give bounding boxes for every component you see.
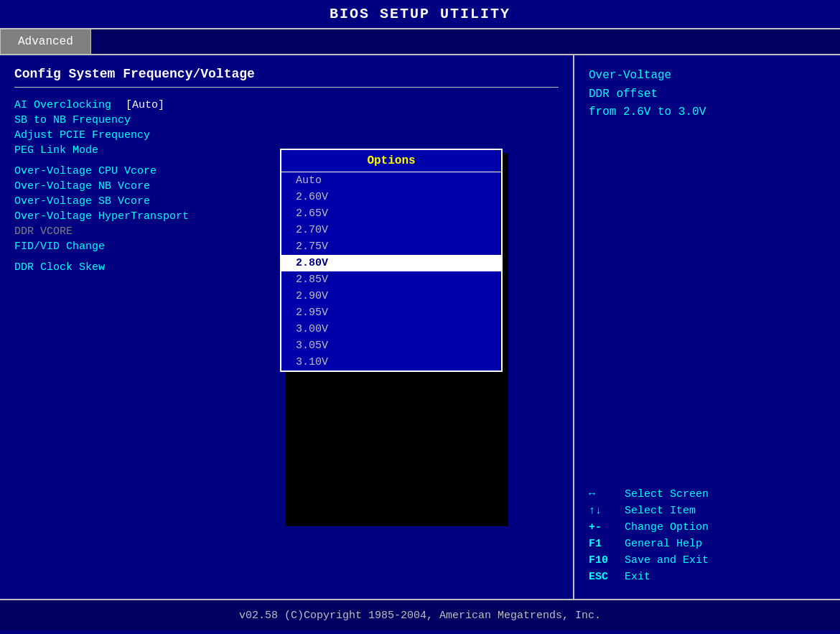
desc-select-item: Select Item — [625, 505, 696, 517]
key-arrows-lr: ↔ — [589, 488, 625, 500]
menu-item-sb-nb-freq[interactable]: SB to NB Frequency — [14, 114, 559, 126]
key-f10: F10 — [589, 554, 625, 567]
key-f1: F1 — [589, 538, 625, 550]
desc-save-exit: Save and Exit — [625, 554, 709, 567]
shortcut-change-option: +- Change Option — [589, 521, 826, 533]
shortcut-f1: F1 General Help — [589, 538, 826, 550]
option-260v[interactable]: 2.60V — [281, 189, 501, 205]
shortcut-select-item: ↑↓ Select Item — [589, 505, 826, 517]
option-295v[interactable]: 2.95V — [281, 304, 501, 321]
option-305v[interactable]: 3.05V — [281, 337, 501, 354]
option-290v[interactable]: 2.90V — [281, 288, 501, 304]
desc-change-option: Change Option — [625, 521, 709, 533]
bios-title: BIOS SETUP UTILITY — [330, 6, 510, 22]
right-panel: Over-Voltage DDR offset from 2.6V to 3.0… — [574, 55, 840, 599]
help-text: Over-Voltage DDR offset from 2.6V to 3.0… — [589, 67, 826, 122]
key-esc: ESC — [589, 571, 625, 583]
options-title: Options — [281, 150, 501, 172]
help-line-2: DDR offset — [589, 85, 826, 104]
desc-select-screen: Select Screen — [625, 488, 709, 500]
footer-text: v02.58 (C)Copyright 1985-2004, American … — [239, 610, 601, 622]
title-bar: BIOS SETUP UTILITY — [0, 0, 840, 29]
footer: v02.58 (C)Copyright 1985-2004, American … — [0, 599, 840, 630]
main-content: Config System Frequency/Voltage AI Overc… — [0, 55, 840, 599]
option-270v[interactable]: 2.70V — [281, 222, 501, 238]
shortcuts: ↔ Select Screen ↑↓ Select Item +- Change… — [589, 488, 826, 587]
menu-item-pcie-freq[interactable]: Adjust PCIE Frequency — [14, 129, 559, 141]
menu-item-ai-overclocking[interactable]: AI Overclocking [Auto] — [14, 99, 559, 111]
key-arrows-ud: ↑↓ — [589, 505, 625, 517]
help-line-3: from 2.6V to 3.0V — [589, 103, 826, 122]
shortcut-esc: ESC Exit — [589, 571, 826, 583]
option-300v[interactable]: 3.00V — [281, 321, 501, 337]
option-280v[interactable]: 2.80V — [281, 255, 501, 271]
shortcut-f10: F10 Save and Exit — [589, 554, 826, 567]
section-divider — [14, 87, 559, 88]
option-310v[interactable]: 3.10V — [281, 354, 501, 370]
option-265v[interactable]: 2.65V — [281, 205, 501, 222]
options-dropdown[interactable]: Options Auto 2.60V 2.65V 2.70V 2.75V 2.8… — [280, 149, 503, 372]
desc-general-help: General Help — [625, 538, 702, 550]
tab-advanced[interactable]: Advanced — [0, 29, 91, 54]
option-auto[interactable]: Auto — [281, 172, 501, 189]
help-line-1: Over-Voltage — [589, 67, 826, 85]
section-title: Config System Frequency/Voltage — [14, 67, 559, 81]
menu-group-top: AI Overclocking [Auto] SB to NB Frequenc… — [14, 99, 559, 157]
left-panel: Config System Frequency/Voltage AI Overc… — [0, 55, 574, 599]
key-plus-minus: +- — [589, 521, 625, 533]
option-285v[interactable]: 2.85V — [281, 271, 501, 288]
option-275v[interactable]: 2.75V — [281, 238, 501, 255]
shortcut-select-screen: ↔ Select Screen — [589, 488, 826, 500]
tab-bar: Advanced — [0, 29, 840, 55]
desc-exit: Exit — [625, 571, 650, 583]
